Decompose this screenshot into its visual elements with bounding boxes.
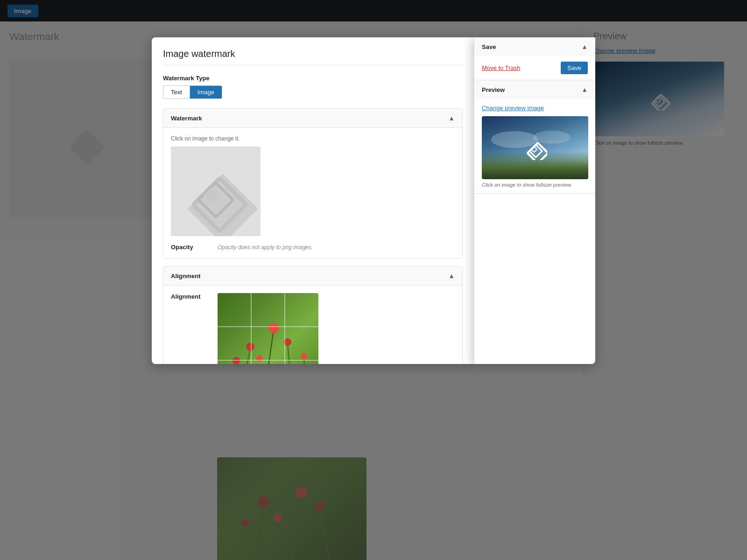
- opacity-note: Opacity does not apply to png images.: [218, 244, 313, 251]
- save-section-header[interactable]: Save ▲: [474, 37, 595, 56]
- modal-overlay: Image watermark Watermark Type Text Imag…: [0, 0, 747, 560]
- alignment-row: Alignment: [171, 293, 455, 364]
- watermark-section-header[interactable]: Watermark ▲: [163, 109, 462, 128]
- preview-watermark-overlay: [523, 136, 547, 160]
- watermark-image-box[interactable]: [171, 147, 261, 236]
- preview-watermark-svg: [523, 136, 547, 160]
- watermark-section-title: Watermark: [171, 115, 202, 122]
- preview-caption: Click on image to show fullsize preview.: [482, 182, 588, 188]
- opacity-label: Opacity: [171, 244, 208, 251]
- preview-image-box[interactable]: [482, 116, 588, 179]
- preview-section-header[interactable]: Preview ▲: [474, 80, 595, 99]
- preview-section: Preview ▲ Change preview image: [474, 80, 595, 194]
- sidebar-actions: Move to Trash Save: [482, 62, 588, 74]
- watermark-section: Watermark ▲ Click on image to change it.: [163, 108, 463, 259]
- modal-sidebar: Save ▲ Move to Trash Save Preview ▲ Ch: [474, 37, 595, 364]
- watermark-collapse-arrow: ▲: [448, 114, 455, 122]
- alignment-collapse-arrow: ▲: [448, 272, 455, 280]
- save-section-body: Move to Trash Save: [474, 56, 595, 80]
- watermark-type-tabs: Text Image: [163, 85, 222, 99]
- move-to-trash-button[interactable]: Move to Trash: [482, 62, 520, 74]
- svg-point-28: [246, 343, 254, 351]
- alignment-section: Alignment ▲ Alignment: [163, 266, 463, 364]
- alignment-flowers-svg: [218, 293, 318, 364]
- modal-dialog: Image watermark Watermark Type Text Imag…: [152, 37, 595, 364]
- alignment-grid[interactable]: [218, 293, 318, 364]
- change-preview-image-link[interactable]: Change preview image: [482, 105, 588, 112]
- svg-line-25: [288, 344, 292, 364]
- svg-point-32: [233, 357, 240, 364]
- preview-section-title: Preview: [482, 86, 505, 93]
- save-section: Save ▲ Move to Trash Save: [474, 37, 595, 80]
- modal-main-panel: Image watermark Watermark Type Text Imag…: [152, 37, 474, 364]
- svg-point-33: [256, 355, 263, 362]
- tab-image[interactable]: Image: [190, 86, 222, 98]
- svg-point-31: [301, 353, 307, 359]
- watermark-type-label: Watermark Type: [163, 75, 463, 82]
- alignment-label: Alignment: [171, 293, 208, 300]
- alignment-section-body: Alignment: [163, 286, 462, 364]
- save-collapse-arrow: ▲: [581, 43, 588, 50]
- save-button[interactable]: Save: [561, 62, 588, 74]
- svg-point-29: [268, 323, 279, 333]
- svg-line-24: [264, 330, 274, 364]
- watermark-section-body: Click on image to change it.: [163, 128, 462, 258]
- svg-line-23: [241, 349, 250, 364]
- alignment-section-title: Alignment: [171, 273, 201, 280]
- save-section-title: Save: [482, 43, 496, 50]
- alignment-section-header[interactable]: Alignment ▲: [163, 266, 462, 286]
- preview-section-body: Change preview image: [474, 99, 595, 193]
- opacity-row: Opacity Opacity does not apply to png im…: [171, 244, 455, 251]
- modal-title: Image watermark: [163, 49, 463, 65]
- tab-text[interactable]: Text: [163, 86, 190, 98]
- watermark-diamond-svg: [171, 147, 261, 236]
- svg-point-30: [284, 338, 291, 346]
- watermark-hint: Click on image to change it.: [171, 135, 455, 142]
- preview-collapse-arrow: ▲: [581, 86, 588, 93]
